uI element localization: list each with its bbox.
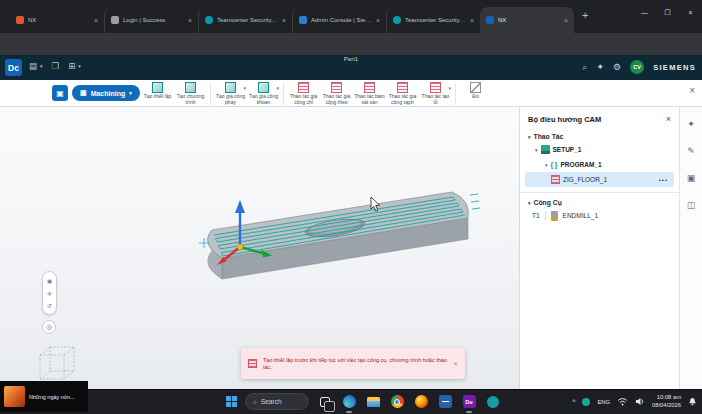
search-icon[interactable]: ⌕	[582, 62, 587, 73]
orbit-icon[interactable]: ◉	[47, 277, 52, 284]
ai-assistant-icon[interactable]: ✦	[687, 119, 695, 129]
rotate-icon[interactable]: ↺	[47, 302, 52, 309]
du-app-button[interactable]: Du	[461, 394, 477, 410]
create-program-button[interactable]: Tạo chương trình	[174, 82, 207, 105]
tools-section-header[interactable]: ▾ Công Cụ	[520, 196, 679, 208]
graphics-viewport[interactable]	[0, 107, 519, 389]
new-tab-button[interactable]: +	[582, 10, 588, 21]
blue-app-button[interactable]	[437, 394, 453, 410]
setup-icon	[541, 145, 550, 154]
view-target-button[interactable]: ◎	[42, 320, 56, 334]
tab-login[interactable]: Login | Success ×	[104, 7, 198, 33]
ai-sparkle-icon[interactable]: ✦	[596, 62, 604, 72]
cam-navigator-panel: Bộ điều hướng CAM × ▾ Thao Tác ▾ SETUP_1…	[519, 107, 679, 389]
gear-icon[interactable]: ⚙	[613, 62, 621, 72]
apps-grid-icon[interactable]: ⊞	[68, 61, 75, 71]
ribbon-tools: Tạo thiết lập Tạo chương trình ▾ Tạo gia…	[141, 82, 492, 105]
tab-teamcenter-2[interactable]: Teamcenter Security Agent ×	[386, 7, 480, 33]
view-navigation-pill[interactable]: ◉ ✛ ↺	[42, 271, 57, 315]
panel-close-icon[interactable]: ×	[666, 114, 671, 124]
tab-favicon	[393, 16, 401, 24]
machining-dropdown[interactable]: ▣ Machining ▾	[72, 85, 140, 101]
running-indicator	[346, 411, 352, 413]
create-mill-operation-button[interactable]: ▾ Tạo gia công phay	[214, 82, 247, 105]
tab-close-icon[interactable]: ×	[282, 17, 286, 24]
screen: NX × Login | Success × Teamcenter Securi…	[0, 0, 702, 414]
tab-nx-active[interactable]: NX ×	[480, 7, 574, 33]
operations-section-header[interactable]: ▾ Thao Tác	[520, 130, 679, 142]
machining-app-icon[interactable]: ▣	[52, 85, 68, 101]
maximize-button[interactable]: ▢	[656, 0, 679, 24]
pan-icon[interactable]: ✛	[47, 290, 52, 297]
floor-operation-button[interactable]: Thao tác bám sát sàn	[353, 82, 386, 105]
taskbar-search[interactable]: ⌕ Search	[245, 393, 309, 410]
window-controls: — ▢ ×	[633, 0, 702, 24]
layers-icon[interactable]: ▣	[687, 173, 696, 183]
tab-admin-console[interactable]: Admin Console | Siemens ×	[292, 7, 386, 33]
tab-close-icon[interactable]: ×	[470, 17, 474, 24]
tabs: NX × Login | Success × Teamcenter Securi…	[10, 7, 574, 33]
hole-operation-button[interactable]: ▾ Thao tác tạo lỗ	[419, 82, 452, 105]
wifi-icon[interactable]	[617, 397, 628, 406]
clock[interactable]: 10:08 am 08/04/2026	[652, 394, 681, 409]
section-caret-icon: ▾	[528, 200, 531, 206]
tab-nx-1[interactable]: NX ×	[10, 7, 104, 33]
machining-icon: ▣	[80, 89, 87, 97]
boundary-operation-button[interactable]: Thao tác gia công vạch theo mẫu biên	[386, 82, 419, 105]
more-options-icon[interactable]: •••	[659, 177, 674, 183]
tree-row-tool[interactable]: T1 ENDMILL_1	[520, 208, 679, 223]
notification-bell-icon[interactable]	[688, 397, 697, 406]
edge-app-button[interactable]	[341, 394, 357, 410]
measure-button[interactable]: Đo	[459, 82, 492, 105]
tree-row-program[interactable]: ▾ { } PROGRAM_1	[520, 157, 679, 172]
tab-close-icon[interactable]: ×	[564, 17, 568, 24]
tab-label: Admin Console | Siemens	[311, 17, 372, 23]
firefox-app-button[interactable]	[413, 394, 429, 410]
chrome-app-button[interactable]	[389, 394, 405, 410]
language-indicator[interactable]: ENG	[597, 399, 610, 405]
operation-icon	[298, 82, 309, 93]
toast-close-icon[interactable]: ×	[453, 359, 458, 368]
ribbon-separator	[455, 83, 456, 105]
measure-icon	[470, 82, 481, 93]
tray-overflow-icon[interactable]: ^	[572, 398, 575, 405]
panel-divider	[520, 192, 679, 193]
create-drill-operation-button[interactable]: ▾ Tạo gia công khoan	[247, 82, 280, 105]
program-icon: { }	[551, 161, 558, 168]
teal-app-button[interactable]	[485, 394, 501, 410]
user-avatar[interactable]: CV	[630, 60, 644, 74]
orientation-cube[interactable]	[40, 347, 74, 379]
tab-close-icon[interactable]: ×	[94, 17, 98, 24]
create-drill-icon	[258, 82, 269, 93]
tree-row-setup[interactable]: ▾ SETUP_1	[520, 142, 679, 157]
tab-teamcenter-1[interactable]: Teamcenter Security Agent ×	[198, 7, 292, 33]
tab-close-icon[interactable]: ×	[188, 17, 192, 24]
markup-pencil-icon[interactable]: ✎	[687, 146, 695, 156]
image-capture-icon[interactable]: ◫	[687, 200, 696, 210]
expand-caret-icon[interactable]: ▾	[535, 147, 538, 153]
tree-row-operation-selected[interactable]: ZIG_FLOOR_1 •••	[525, 172, 674, 187]
operation-2-button[interactable]: Thao tác gia công theo mẫu chọn	[320, 82, 353, 105]
expand-caret-icon[interactable]: ▾	[545, 162, 548, 168]
news-thumbnail	[4, 386, 25, 407]
windows-icon[interactable]: ❐	[52, 61, 60, 71]
start-button[interactable]	[226, 396, 237, 407]
tool-label: Thao tác gia công chỉ	[287, 94, 320, 105]
close-window-button[interactable]: ×	[679, 0, 702, 24]
tab-close-icon[interactable]: ×	[376, 17, 380, 24]
file-menu-icon[interactable]: ▤	[29, 61, 37, 71]
create-setup-button[interactable]: Tạo thiết lập	[141, 82, 174, 105]
operation-1-button[interactable]: Thao tác gia công chỉ	[287, 82, 320, 105]
file-explorer-button[interactable]	[365, 394, 381, 410]
minimize-button[interactable]: —	[633, 0, 656, 24]
tab-label: Teamcenter Security Agent	[217, 17, 278, 23]
tray-app-icon[interactable]	[582, 398, 590, 406]
system-tray: ^ ENG 10:08 am 08/04/2026	[572, 391, 697, 412]
chevron-down-icon: ▾	[40, 63, 43, 69]
widgets-flyout[interactable]: Những ngày nón...	[0, 381, 88, 412]
task-view-button[interactable]	[317, 394, 333, 410]
firefox-icon	[415, 395, 428, 408]
ribbon-close-icon[interactable]: ×	[689, 85, 695, 96]
running-indicator	[466, 411, 472, 413]
volume-icon[interactable]	[635, 397, 645, 406]
